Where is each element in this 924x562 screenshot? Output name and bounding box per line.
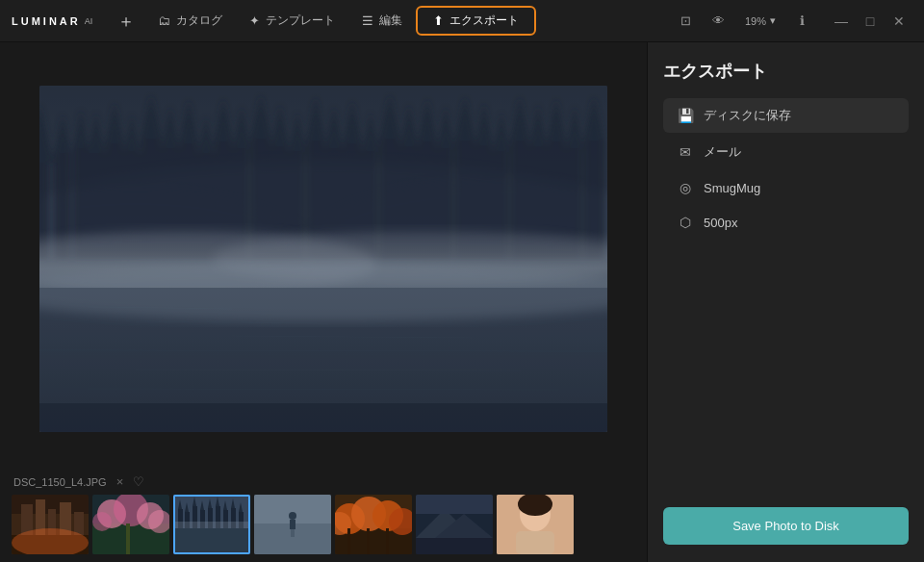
nav-right-controls: ⊡ 👁 19% ▾ ℹ — □ ✕: [672, 8, 912, 35]
template-label: テンプレート: [266, 13, 335, 29]
svg-rect-139: [416, 495, 493, 514]
svg-point-146: [538, 510, 544, 514]
main-photo: [39, 86, 607, 432]
app-logo: LUMINAR AI: [12, 15, 92, 27]
nav-template[interactable]: ✦ テンプレート: [236, 9, 348, 33]
nav-edit[interactable]: ☰ 編集: [348, 9, 416, 33]
close-button[interactable]: ✕: [886, 8, 912, 35]
filmstrip-thumb-5[interactable]: [335, 495, 412, 554]
svg-rect-123: [290, 520, 295, 529]
filmstrip-thumb-7[interactable]: [497, 495, 574, 554]
heart-icon[interactable]: ♡: [133, 474, 144, 489]
add-button[interactable]: ＋: [108, 10, 144, 33]
smugmug-label: SmugMug: [704, 181, 760, 195]
filmstrip-area: DSC_1150_L4.JPG × ♡: [0, 469, 647, 562]
photo-area: DSC_1150_L4.JPG × ♡: [0, 42, 647, 562]
info-icon: ℹ: [800, 13, 805, 28]
sidebar-toggle-button[interactable]: ⊡: [672, 8, 701, 35]
close-icon[interactable]: ×: [116, 474, 124, 489]
filmstrip-thumb-4[interactable]: [254, 495, 331, 554]
export-label: エクスポート: [449, 13, 519, 29]
export-title: エクスポート: [663, 60, 909, 83]
catalog-icon: 🗂: [158, 13, 170, 28]
main-content: DSC_1150_L4.JPG × ♡: [0, 42, 924, 562]
filmstrip-thumb-1[interactable]: [12, 495, 89, 554]
edit-icon: ☰: [362, 13, 373, 28]
export-option-smugmug[interactable]: ◎ SmugMug: [663, 171, 909, 204]
500px-icon: ⬡: [677, 215, 694, 230]
svg-rect-118: [173, 528, 250, 554]
photo-canvas: [0, 42, 647, 469]
save-photo-button[interactable]: Save Photo to Disk: [663, 507, 909, 545]
filename-text: DSC_1150_L4.JPG: [13, 476, 107, 488]
zoom-arrow: ▾: [770, 14, 776, 27]
filmstrip-thumb-3[interactable]: [173, 495, 250, 554]
filmstrip-thumb-2[interactable]: [92, 495, 169, 554]
edit-label: 編集: [379, 13, 402, 29]
svg-rect-79: [39, 86, 607, 432]
svg-rect-138: [416, 538, 493, 554]
zoom-control[interactable]: 19% ▾: [737, 14, 783, 27]
window-controls: — □ ✕: [828, 8, 912, 35]
svg-rect-134: [386, 528, 389, 554]
nav-catalog[interactable]: 🗂 カタログ: [144, 9, 236, 33]
svg-rect-133: [367, 528, 370, 554]
svg-rect-124: [291, 529, 295, 537]
nav-export-button[interactable]: ⬆ エクスポート: [416, 6, 536, 36]
svg-rect-96: [126, 524, 130, 554]
mail-label: メール: [704, 143, 741, 161]
smugmug-icon: ◎: [677, 180, 694, 195]
svg-point-94: [92, 512, 112, 531]
export-option-mail[interactable]: ✉ メール: [663, 135, 909, 169]
svg-point-122: [289, 512, 296, 520]
logo-ai-badge: AI: [85, 16, 93, 26]
info-button[interactable]: ℹ: [787, 8, 816, 35]
svg-rect-144: [516, 531, 554, 554]
500px-label: 500px: [704, 216, 737, 230]
svg-rect-132: [347, 528, 350, 554]
filename-bar: DSC_1150_L4.JPG × ♡: [12, 474, 635, 489]
export-panel: エクスポート 💾 ディスクに保存 ✉ メール ◎ SmugMug ⬡ 500px…: [647, 42, 924, 562]
minimize-button[interactable]: —: [828, 8, 855, 35]
logo-text: LUMINAR: [12, 15, 81, 27]
mail-icon: ✉: [677, 144, 694, 160]
titlebar: LUMINAR AI ＋ 🗂 カタログ ✦ テンプレート ☰ 編集 ⬆ エクスポ…: [0, 0, 924, 42]
maximize-button[interactable]: □: [857, 8, 884, 35]
svg-point-145: [526, 510, 532, 514]
zoom-level: 19%: [745, 15, 766, 27]
filmstrip: [12, 495, 635, 554]
disk-label: ディスクに保存: [704, 107, 791, 124]
catalog-label: カタログ: [176, 13, 222, 29]
export-icon: ⬆: [433, 13, 444, 28]
eye-button[interactable]: 👁: [705, 8, 733, 35]
export-option-500px[interactable]: ⬡ 500px: [663, 206, 909, 239]
export-option-disk[interactable]: 💾 ディスクに保存: [663, 98, 909, 133]
filmstrip-thumb-6[interactable]: [416, 495, 493, 554]
template-icon: ✦: [249, 13, 260, 28]
disk-icon: 💾: [677, 108, 694, 123]
export-spacer: [663, 241, 909, 507]
